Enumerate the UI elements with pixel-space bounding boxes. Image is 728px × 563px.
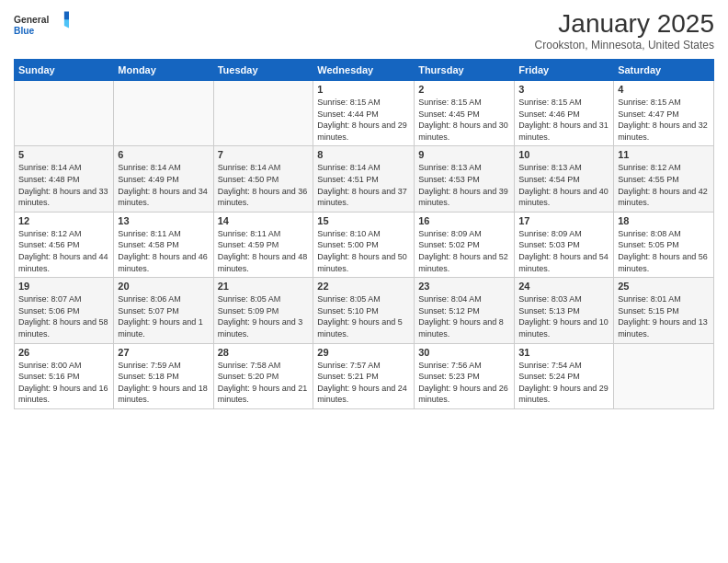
cell-0-0 bbox=[15, 81, 114, 146]
week-row-3: 19 Sunrise: 8:07 AMSunset: 5:06 PMDaylig… bbox=[15, 278, 714, 343]
day-number: 24 bbox=[518, 281, 609, 292]
day-info: Sunrise: 7:59 AMSunset: 5:18 PMDaylight:… bbox=[118, 360, 209, 406]
day-info: Sunrise: 8:14 AMSunset: 4:49 PMDaylight:… bbox=[118, 162, 209, 208]
page-header: General Blue January 2025 Crookston, Min… bbox=[14, 9, 714, 52]
cell-0-5: 3 Sunrise: 8:15 AMSunset: 4:46 PMDayligh… bbox=[515, 81, 614, 146]
month-title: January 2025 bbox=[535, 9, 714, 39]
logo: General Blue bbox=[14, 9, 69, 42]
header-sunday: Sunday bbox=[15, 60, 114, 81]
cell-2-2: 14 Sunrise: 8:11 AMSunset: 4:59 PMDaylig… bbox=[213, 212, 313, 277]
day-number: 23 bbox=[418, 281, 510, 292]
cell-1-6: 11 Sunrise: 8:12 AMSunset: 4:55 PMDaylig… bbox=[614, 146, 714, 212]
cell-3-3: 22 Sunrise: 8:05 AMSunset: 5:10 PMDaylig… bbox=[313, 278, 415, 343]
day-info: Sunrise: 8:13 AMSunset: 4:54 PMDaylight:… bbox=[518, 162, 609, 208]
day-number: 28 bbox=[218, 347, 310, 358]
day-number: 22 bbox=[317, 281, 410, 292]
day-info: Sunrise: 8:05 AMSunset: 5:09 PMDaylight:… bbox=[218, 293, 310, 339]
day-info: Sunrise: 7:56 AMSunset: 5:23 PMDaylight:… bbox=[418, 360, 510, 406]
cell-2-3: 15 Sunrise: 8:10 AMSunset: 5:00 PMDaylig… bbox=[313, 212, 415, 277]
day-info: Sunrise: 7:57 AMSunset: 5:21 PMDaylight:… bbox=[317, 360, 410, 406]
day-info: Sunrise: 8:15 AMSunset: 4:46 PMDaylight:… bbox=[518, 97, 609, 143]
day-number: 25 bbox=[618, 281, 710, 292]
day-info: Sunrise: 8:07 AMSunset: 5:06 PMDaylight:… bbox=[18, 293, 109, 339]
cell-4-1: 27 Sunrise: 7:59 AMSunset: 5:18 PMDaylig… bbox=[114, 343, 213, 408]
day-info: Sunrise: 8:14 AMSunset: 4:48 PMDaylight:… bbox=[18, 162, 109, 208]
cell-1-2: 7 Sunrise: 8:14 AMSunset: 4:50 PMDayligh… bbox=[213, 146, 313, 212]
svg-marker-3 bbox=[64, 19, 69, 29]
cell-3-6: 25 Sunrise: 8:01 AMSunset: 5:15 PMDaylig… bbox=[614, 278, 714, 343]
day-info: Sunrise: 8:08 AMSunset: 5:05 PMDaylight:… bbox=[618, 228, 710, 274]
cell-3-2: 21 Sunrise: 8:05 AMSunset: 5:09 PMDaylig… bbox=[213, 278, 313, 343]
day-info: Sunrise: 7:54 AMSunset: 5:24 PMDaylight:… bbox=[518, 360, 609, 406]
day-number: 21 bbox=[218, 281, 310, 292]
day-number: 26 bbox=[18, 347, 109, 358]
day-info: Sunrise: 8:11 AMSunset: 4:59 PMDaylight:… bbox=[218, 228, 310, 274]
week-row-0: 1 Sunrise: 8:15 AMSunset: 4:44 PMDayligh… bbox=[15, 81, 714, 146]
day-number: 15 bbox=[317, 215, 410, 226]
day-number: 2 bbox=[418, 84, 510, 95]
cell-2-4: 16 Sunrise: 8:09 AMSunset: 5:02 PMDaylig… bbox=[415, 212, 515, 277]
week-row-4: 26 Sunrise: 8:00 AMSunset: 5:16 PMDaylig… bbox=[15, 343, 714, 408]
day-number: 19 bbox=[18, 281, 109, 292]
calendar-page: General Blue January 2025 Crookston, Min… bbox=[0, 0, 728, 563]
day-info: Sunrise: 7:58 AMSunset: 5:20 PMDaylight:… bbox=[218, 360, 310, 406]
day-number: 31 bbox=[518, 347, 609, 358]
day-info: Sunrise: 8:09 AMSunset: 5:03 PMDaylight:… bbox=[518, 228, 609, 274]
cell-2-0: 12 Sunrise: 8:12 AMSunset: 4:56 PMDaylig… bbox=[15, 212, 114, 277]
day-number: 18 bbox=[618, 215, 710, 226]
day-number: 10 bbox=[518, 149, 609, 160]
cell-1-5: 10 Sunrise: 8:13 AMSunset: 4:54 PMDaylig… bbox=[515, 146, 614, 212]
day-info: Sunrise: 8:03 AMSunset: 5:13 PMDaylight:… bbox=[518, 293, 609, 339]
svg-text:General: General bbox=[14, 15, 49, 25]
title-block: January 2025 Crookston, Minnesota, Unite… bbox=[535, 9, 714, 52]
header-thursday: Thursday bbox=[415, 60, 515, 81]
cell-1-3: 8 Sunrise: 8:14 AMSunset: 4:51 PMDayligh… bbox=[313, 146, 415, 212]
week-row-1: 5 Sunrise: 8:14 AMSunset: 4:48 PMDayligh… bbox=[15, 146, 714, 212]
day-number: 27 bbox=[118, 347, 209, 358]
day-number: 3 bbox=[518, 84, 609, 95]
day-info: Sunrise: 8:15 AMSunset: 4:44 PMDaylight:… bbox=[317, 97, 410, 143]
cell-3-0: 19 Sunrise: 8:07 AMSunset: 5:06 PMDaylig… bbox=[15, 278, 114, 343]
cell-0-1 bbox=[114, 81, 213, 146]
day-number: 13 bbox=[118, 215, 209, 226]
day-info: Sunrise: 8:10 AMSunset: 5:00 PMDaylight:… bbox=[317, 228, 410, 274]
cell-4-5: 31 Sunrise: 7:54 AMSunset: 5:24 PMDaylig… bbox=[515, 343, 614, 408]
cell-2-1: 13 Sunrise: 8:11 AMSunset: 4:58 PMDaylig… bbox=[114, 212, 213, 277]
day-info: Sunrise: 8:13 AMSunset: 4:53 PMDaylight:… bbox=[418, 162, 510, 208]
day-number: 16 bbox=[418, 215, 510, 226]
day-info: Sunrise: 8:04 AMSunset: 5:12 PMDaylight:… bbox=[418, 293, 510, 339]
day-info: Sunrise: 8:14 AMSunset: 4:51 PMDaylight:… bbox=[317, 162, 410, 208]
day-info: Sunrise: 8:06 AMSunset: 5:07 PMDaylight:… bbox=[118, 293, 209, 339]
header-monday: Monday bbox=[114, 60, 213, 81]
day-info: Sunrise: 8:15 AMSunset: 4:45 PMDaylight:… bbox=[418, 97, 510, 143]
cell-0-4: 2 Sunrise: 8:15 AMSunset: 4:45 PMDayligh… bbox=[415, 81, 515, 146]
cell-4-4: 30 Sunrise: 7:56 AMSunset: 5:23 PMDaylig… bbox=[415, 343, 515, 408]
cell-3-4: 23 Sunrise: 8:04 AMSunset: 5:12 PMDaylig… bbox=[415, 278, 515, 343]
weekday-header-row: Sunday Monday Tuesday Wednesday Thursday… bbox=[15, 60, 714, 81]
day-number: 8 bbox=[317, 149, 410, 160]
location: Crookston, Minnesota, United States bbox=[535, 39, 714, 52]
cell-4-6 bbox=[614, 343, 714, 408]
day-number: 9 bbox=[418, 149, 510, 160]
day-number: 5 bbox=[18, 149, 109, 160]
logo-svg: General Blue bbox=[14, 9, 69, 42]
cell-4-2: 28 Sunrise: 7:58 AMSunset: 5:20 PMDaylig… bbox=[213, 343, 313, 408]
day-number: 17 bbox=[518, 215, 609, 226]
day-number: 11 bbox=[618, 149, 710, 160]
day-number: 6 bbox=[118, 149, 209, 160]
header-friday: Friday bbox=[515, 60, 614, 81]
cell-3-5: 24 Sunrise: 8:03 AMSunset: 5:13 PMDaylig… bbox=[515, 278, 614, 343]
cell-1-4: 9 Sunrise: 8:13 AMSunset: 4:53 PMDayligh… bbox=[415, 146, 515, 212]
calendar-table: Sunday Monday Tuesday Wednesday Thursday… bbox=[14, 59, 714, 409]
cell-2-6: 18 Sunrise: 8:08 AMSunset: 5:05 PMDaylig… bbox=[614, 212, 714, 277]
day-number: 4 bbox=[618, 84, 710, 95]
day-number: 1 bbox=[317, 84, 410, 95]
day-info: Sunrise: 8:12 AMSunset: 4:55 PMDaylight:… bbox=[618, 162, 710, 208]
day-info: Sunrise: 8:01 AMSunset: 5:15 PMDaylight:… bbox=[618, 293, 710, 339]
cell-0-3: 1 Sunrise: 8:15 AMSunset: 4:44 PMDayligh… bbox=[313, 81, 415, 146]
day-number: 20 bbox=[118, 281, 209, 292]
day-number: 30 bbox=[418, 347, 510, 358]
day-number: 7 bbox=[218, 149, 310, 160]
header-saturday: Saturday bbox=[614, 60, 714, 81]
week-row-2: 12 Sunrise: 8:12 AMSunset: 4:56 PMDaylig… bbox=[15, 212, 714, 277]
